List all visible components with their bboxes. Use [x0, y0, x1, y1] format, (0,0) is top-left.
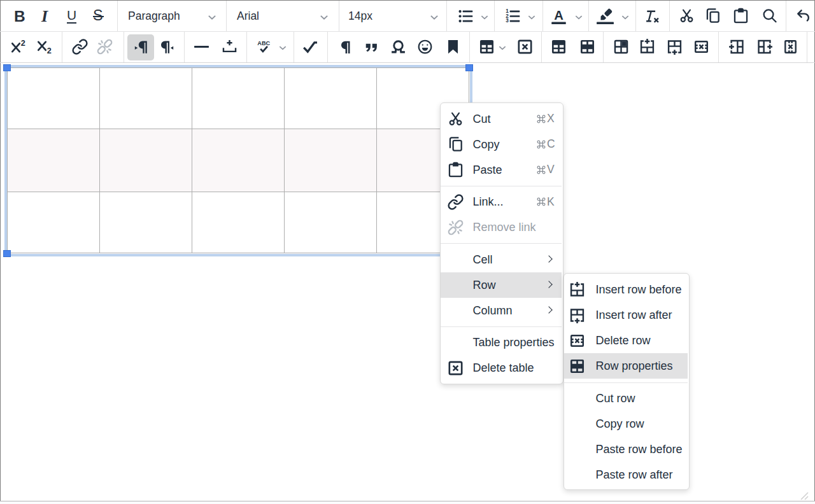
svg-text:2: 2	[47, 46, 52, 55]
svg-text:ABC: ABC	[257, 40, 270, 46]
svg-text:2: 2	[21, 39, 25, 48]
svg-text:3: 3	[506, 18, 509, 24]
svg-text:A: A	[554, 8, 563, 22]
